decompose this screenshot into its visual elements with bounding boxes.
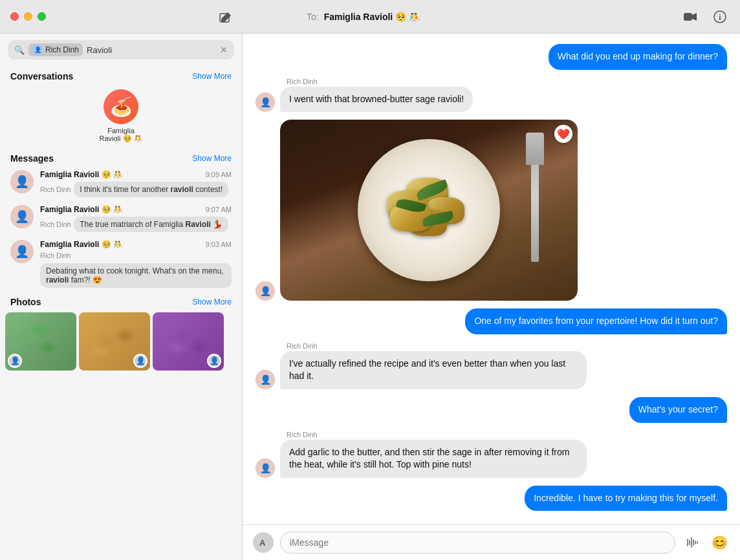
bubble-content: What's your secret? [629, 397, 727, 423]
messages-title: Messages [10, 153, 54, 164]
message-text: Incredible. I have to try making this fo… [534, 493, 718, 503]
audio-button[interactable] [682, 532, 702, 553]
message-text: One of my favorites from your repertoire… [474, 316, 718, 326]
message-list-item[interactable]: 👤 Famiglia Ravioli 🥺 🤼 9:07 AM Rich Dinh… [5, 201, 237, 236]
message-text: Add garlic to the butter, and then stir … [289, 447, 569, 470]
search-query: Ravioli [87, 45, 216, 55]
photo-thumbnail[interactable]: 👤 [79, 312, 150, 371]
svg-marker-1 [692, 13, 697, 21]
sidebar: 🔍 👤 Rich Dinh Ravioli ✕ Conversations Sh… [0, 34, 243, 560]
message-sender: Rich Dinh [40, 252, 71, 259]
message-bubble: Incredible. I have to try making this fo… [525, 486, 727, 512]
messages-show-more-button[interactable]: Show More [192, 154, 232, 163]
message-preview: The true matriarch of Famiglia Ravioli 💃 [74, 217, 228, 232]
message-time: 9:09 AM [206, 171, 232, 178]
conversation-item[interactable]: 🍝 Famiglia Ravioli 🥺 🤼 [5, 84, 237, 148]
message-avatar: 👤 [10, 205, 34, 228]
svg-text:i: i [719, 13, 721, 22]
message-input[interactable] [280, 532, 675, 554]
title-bar: To: Famiglia Ravioli 🥺 🤼 i [0, 0, 740, 34]
recipient-name: Famiglia Ravioli 🥺 🤼 [324, 12, 420, 22]
apps-button[interactable]: A [253, 532, 274, 553]
message-group-name: Famiglia Ravioli 🥺 🤼 [40, 240, 123, 249]
message-content: Famiglia Ravioli 🥺 🤼 9:07 AM Rich Dinh T… [40, 205, 232, 232]
message-bubble: What did you end up making for dinner? [549, 44, 727, 70]
conversations-show-more-button[interactable]: Show More [192, 72, 232, 81]
message-bubble-row: What's your secret? [256, 397, 727, 423]
message-bubble: I went with that browned-butter sage rav… [280, 87, 473, 113]
chat-messages: What did you end up making for dinner? 👤… [243, 34, 740, 524]
message-time: 9:03 AM [206, 241, 232, 248]
sender-name: Rich Dinh [280, 78, 318, 85]
message-bubble-row: What did you end up making for dinner? [256, 44, 727, 70]
sender-avatar: 👤 [256, 458, 275, 478]
svg-rect-7 [689, 540, 690, 545]
message-list-item[interactable]: 👤 Famiglia Ravioli 🥺 🤼 9:09 AM Rich Dinh… [5, 166, 237, 201]
fork [531, 133, 539, 262]
message-bubble: What's your secret? [629, 397, 727, 423]
photos-section-header: Photos Show More [0, 292, 242, 310]
photo-sender-avatar: 👤 [8, 354, 22, 368]
bubble-content: Rich Dinh I've actually refined the reci… [280, 342, 587, 389]
svg-rect-10 [695, 541, 696, 544]
clear-search-button[interactable]: ✕ [220, 45, 228, 55]
info-button[interactable]: i [710, 7, 730, 27]
svg-rect-6 [687, 539, 688, 546]
sender-avatar: 👤 [256, 370, 275, 389]
emoji-button[interactable]: 😊 [709, 532, 730, 553]
minimize-button[interactable] [24, 12, 32, 21]
search-bar[interactable]: 🔍 👤 Rich Dinh Ravioli ✕ [8, 40, 234, 59]
photo-message[interactable]: ❤️ [280, 120, 578, 301]
photo-thumbnail[interactable]: 👤 [5, 312, 76, 371]
message-bubble-row: One of my favorites from your repertoire… [256, 308, 727, 334]
bubble-content: Rich Dinh Add garlic to the butter, and … [280, 431, 587, 478]
chat-area: What did you end up making for dinner? 👤… [243, 34, 740, 560]
photos-show-more-button[interactable]: Show More [192, 297, 232, 307]
message-text: I've actually refined the recipe and it'… [289, 358, 565, 382]
message-avatar: 👤 [10, 170, 34, 193]
message-bubble-row: 👤 Rich Dinh I've actually refined the re… [256, 342, 727, 389]
sender-name: Rich Dinh [280, 342, 318, 350]
photo-sender-avatar: 👤 [133, 354, 147, 368]
message-list-item[interactable]: 👤 Famiglia Ravioli 🥺 🤼 9:03 AM Rich Dinh… [5, 236, 237, 292]
photos-grid: 👤 👤 👤 [0, 310, 242, 373]
svg-rect-0 [684, 13, 692, 21]
svg-rect-11 [697, 541, 698, 544]
sender-avatar: 👤 [256, 281, 275, 301]
messages-section-header: Messages Show More [0, 148, 242, 166]
message-content: Famiglia Ravioli 🥺 🤼 9:03 AM Rich Dinh D… [40, 240, 232, 288]
fullscreen-button[interactable] [38, 12, 46, 21]
search-contact-chip: 👤 Rich Dinh [28, 43, 83, 56]
svg-rect-9 [693, 539, 694, 546]
message-group-name: Famiglia Ravioli 🥺 🤼 [40, 170, 123, 179]
photo-sender-avatar: 👤 [207, 354, 221, 368]
sender-name: Rich Dinh [280, 431, 318, 438]
message-bubble: Add garlic to the butter, and then stir … [280, 440, 587, 478]
ravioli-photo [280, 120, 578, 301]
message-content: Famiglia Ravioli 🥺 🤼 9:09 AM Rich Dinh I… [40, 170, 232, 197]
message-time: 9:07 AM [206, 206, 232, 213]
message-text: I went with that browned-butter sage rav… [289, 94, 464, 104]
message-preview: I think it's time for another ravioli co… [74, 182, 228, 197]
search-contact-name: Rich Dinh [45, 45, 79, 54]
close-button[interactable] [10, 12, 19, 21]
bubble-content: Incredible. I have to try making this fo… [525, 486, 727, 512]
messages-list: 👤 Famiglia Ravioli 🥺 🤼 9:09 AM Rich Dinh… [0, 166, 242, 292]
message-text: What's your secret? [638, 404, 718, 415]
message-avatar: 👤 [10, 240, 34, 263]
photo-reaction: ❤️ [554, 125, 572, 143]
compose-button[interactable] [216, 9, 234, 30]
video-call-button[interactable] [680, 7, 700, 27]
photos-title: Photos [10, 297, 41, 307]
search-icon: 🔍 [14, 45, 25, 55]
svg-rect-8 [691, 537, 692, 548]
bubble-content: One of my favorites from your repertoire… [465, 308, 727, 334]
sender-avatar: 👤 [256, 92, 275, 112]
message-text: What did you end up making for dinner? [558, 51, 718, 61]
bubble-content: ❤️ [280, 120, 578, 301]
message-bubble-row: Incredible. I have to try making this fo… [256, 486, 727, 512]
message-bubble: One of my favorites from your repertoire… [465, 308, 727, 334]
message-group-name: Famiglia Ravioli 🥺 🤼 [40, 205, 123, 214]
message-bubble-row: 👤 [256, 120, 727, 301]
photo-thumbnail[interactable]: 👤 [153, 312, 224, 371]
